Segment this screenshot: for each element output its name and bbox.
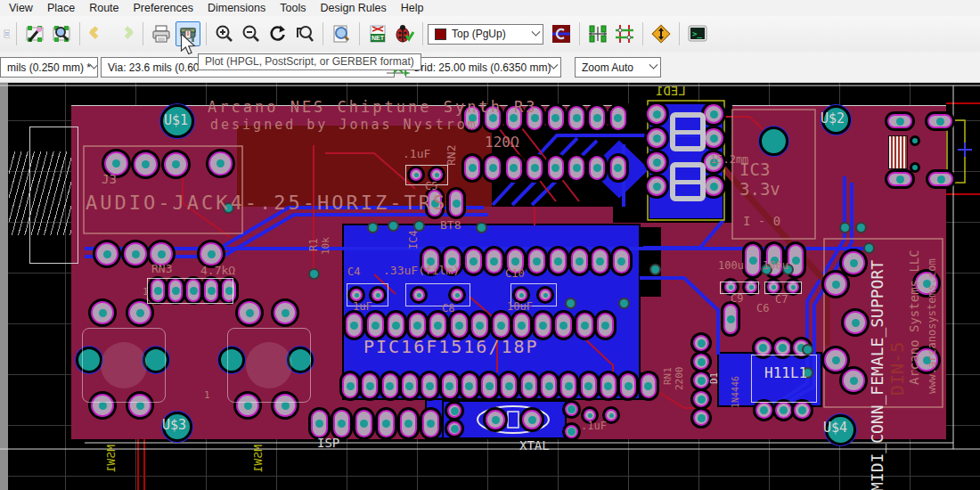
- route-diamond-button[interactable]: [649, 21, 674, 46]
- chevron-down-icon: [649, 61, 658, 69]
- menu-item-route[interactable]: Route: [82, 0, 126, 16]
- layer-selector-value: Top (PgUp): [452, 28, 506, 40]
- preview-button[interactable]: [329, 21, 354, 46]
- pcb-board: [71, 105, 946, 439]
- toolbar-separator: [359, 22, 360, 45]
- connector-hatch: [9, 151, 71, 235]
- layer-color-swatch: [435, 29, 446, 40]
- menu-item-view[interactable]: View: [2, 0, 40, 16]
- toolbar-separator: [422, 22, 423, 45]
- menu-item-preferences[interactable]: Preferences: [127, 0, 200, 16]
- svg-text:>_: >_: [692, 29, 702, 38]
- toolbar-separator: [206, 22, 207, 45]
- net-button[interactable]: NET: [365, 21, 390, 46]
- zoom-in-button[interactable]: [212, 21, 237, 46]
- board-find-button[interactable]: [49, 21, 74, 46]
- menu-item-design-rules[interactable]: Design Rules: [313, 0, 393, 16]
- toolbar-separator: [323, 22, 323, 45]
- toolbar-separator: [642, 22, 643, 45]
- drc-bug-button[interactable]: [392, 21, 417, 46]
- undo-button[interactable]: [86, 21, 110, 46]
- terminal-button[interactable]: >_: [685, 21, 710, 46]
- redraw-button[interactable]: [265, 21, 290, 46]
- menu-item-place[interactable]: Place: [40, 0, 82, 16]
- zoom-out-button[interactable]: [239, 21, 264, 46]
- toolbar-separator: [143, 22, 143, 45]
- ratsnest-grid-button[interactable]: [612, 21, 637, 46]
- grid-dropdown[interactable]: Grid: 25.00 mils (0.6350 mm): [405, 57, 561, 78]
- zoom-select-button[interactable]: [292, 21, 317, 46]
- sheet-partial-icon[interactable]: [0, 21, 11, 46]
- zoom-dropdown[interactable]: Zoom Auto: [575, 57, 661, 78]
- toolbar-separator: [579, 22, 580, 45]
- board-edit-button[interactable]: [22, 21, 47, 46]
- pcb-editor-window: ViewPlaceRoutePreferencesDimensionsTools…: [0, 0, 980, 490]
- toolbar-separator: [16, 22, 17, 45]
- menu-item-help[interactable]: Help: [394, 0, 431, 16]
- layer-color-button[interactable]: [549, 21, 574, 46]
- grid-value: Grid: 25.00 mils (0.6350 mm): [412, 61, 551, 74]
- canvas-left-margin: [0, 83, 8, 490]
- units-dropdown[interactable]: mils (0.250 mm) *: [0, 57, 98, 78]
- units-value: mils (0.250 mm) *: [7, 61, 91, 74]
- chevron-down-icon: [532, 27, 541, 36]
- toolbar-separator: [679, 22, 680, 45]
- toolbar-separator: [79, 22, 80, 45]
- svg-text:NET: NET: [372, 35, 385, 41]
- redo-button[interactable]: [112, 21, 137, 46]
- layer-selector[interactable]: Top (PgUp): [428, 24, 543, 45]
- via-value: Via: 23.6 mils (0.60: [108, 61, 200, 74]
- chevron-down-icon: [550, 61, 559, 69]
- mouse-cursor-icon: [179, 34, 199, 59]
- pads-spread-button[interactable]: [585, 21, 610, 46]
- tooltip: Plot (HPGL, PostScript, or GERBER format…: [198, 53, 421, 70]
- menu-bar: ViewPlaceRoutePreferencesDimensionsTools…: [0, 0, 980, 16]
- menu-item-tools[interactable]: Tools: [273, 0, 313, 16]
- toolbar: NET Top (PgUp) >_: [0, 16, 980, 52]
- zoom-value: Zoom Auto: [582, 61, 633, 74]
- print-button[interactable]: [149, 21, 174, 46]
- menu-item-dimensions[interactable]: Dimensions: [200, 0, 273, 16]
